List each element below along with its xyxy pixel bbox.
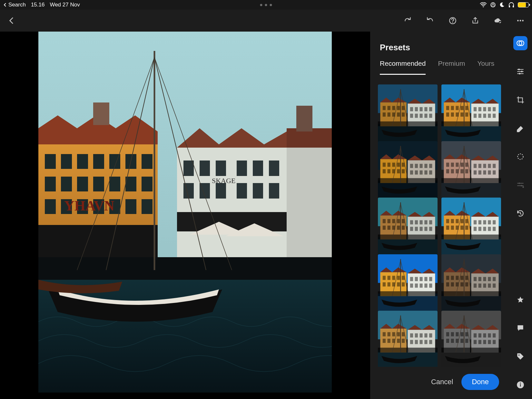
svg-point-8 [520,20,521,22]
back-button[interactable] [6,15,17,26]
masking-tool[interactable] [513,150,527,164]
svg-rect-143 [429,164,432,168]
preset-thumb[interactable] [378,254,438,314]
svg-rect-204 [410,227,413,231]
crop-tool[interactable] [513,93,527,107]
svg-rect-229 [474,220,477,224]
svg-rect-197 [397,226,400,230]
svg-rect-221 [456,219,458,223]
preset-thumb[interactable] [378,311,438,367]
svg-rect-311 [392,332,395,336]
svg-rect-2 [509,5,510,7]
undo-button[interactable] [425,15,435,26]
svg-rect-40 [200,161,210,176]
svg-rect-174 [474,170,477,174]
comments-tool[interactable] [513,321,527,335]
svg-rect-312 [397,332,400,336]
preset-thumb[interactable] [441,311,501,367]
versions-tool[interactable] [513,206,527,220]
star-icon [516,296,525,304]
cancel-button[interactable]: Cancel [431,378,453,386]
svg-rect-140 [415,164,418,168]
svg-rect-54 [287,148,332,267]
preset-thumb[interactable] [441,141,501,201]
share-button[interactable] [470,15,480,26]
svg-rect-139 [410,164,413,168]
svg-rect-317 [397,339,400,343]
svg-rect-146 [420,170,423,174]
svg-rect-170 [478,164,481,168]
svg-rect-89 [378,122,438,126]
preset-thumb[interactable] [441,198,501,257]
status-time: 15.16 [31,2,45,8]
svg-rect-236 [483,227,486,231]
svg-rect-295 [478,283,481,287]
tool-rail [509,32,532,399]
keywords-tool[interactable] [513,349,527,364]
preset-thumb[interactable] [378,141,438,201]
preset-thumb[interactable] [378,198,438,257]
ai-settings-tool[interactable] [513,178,527,192]
svg-rect-21 [142,154,153,169]
svg-rect-238 [493,227,496,231]
svg-rect-15 [45,154,56,169]
svg-point-368 [517,154,523,159]
more-button[interactable] [515,15,526,26]
svg-rect-280 [451,276,454,280]
svg-rect-77 [397,112,400,117]
svg-rect-176 [483,170,486,174]
headphones-icon [508,2,515,8]
redo-button[interactable] [402,15,413,26]
preset-thumb[interactable] [441,84,501,144]
svg-rect-287 [460,282,463,287]
svg-rect-43 [253,161,263,176]
svg-rect-138 [402,169,405,173]
preset-thumb[interactable] [441,254,501,314]
back-app-label: Search [8,2,26,8]
svg-rect-119 [441,122,501,126]
svg-rect-282 [460,276,463,280]
image-viewer[interactable]: YHAVN SKAGE [0,32,370,399]
edit-tool[interactable] [513,64,527,79]
preset-grid[interactable] [370,75,509,367]
svg-rect-252 [397,276,400,280]
svg-rect-117 [488,114,491,118]
presets-tool[interactable] [513,36,527,50]
svg-rect-200 [415,220,418,224]
svg-rect-285 [451,282,454,287]
sliders-dim-icon [516,181,525,189]
done-button[interactable]: Done [461,374,499,390]
svg-rect-34 [125,199,136,214]
svg-rect-111 [483,107,486,111]
info-tool[interactable] [513,378,527,392]
orientation-lock-icon [490,2,496,8]
back-to-app[interactable]: Search [3,2,26,8]
svg-rect-262 [424,277,427,281]
svg-rect-26 [109,177,120,191]
tab-yours[interactable]: Yours [477,60,494,75]
svg-rect-220 [451,219,454,223]
svg-point-372 [518,355,519,355]
svg-rect-134 [383,169,386,173]
svg-rect-268 [429,283,432,287]
svg-rect-257 [397,282,400,287]
tab-recommended[interactable]: Recommended [380,60,426,75]
rate-tool[interactable] [513,293,527,307]
cloud-sync-button[interactable] [493,15,503,26]
svg-rect-49 [253,183,263,199]
svg-point-367 [519,73,520,74]
svg-rect-23 [61,177,72,191]
healing-tool[interactable] [513,121,527,135]
svg-rect-116 [483,114,486,118]
preset-thumb[interactable] [378,84,438,144]
svg-rect-345 [451,339,454,343]
svg-rect-315 [388,339,390,343]
svg-rect-339 [446,332,449,336]
help-button[interactable] [448,15,458,26]
svg-rect-289 [474,277,477,281]
svg-rect-142 [424,164,427,168]
multitask-dots[interactable] [260,4,272,6]
svg-rect-356 [483,340,486,344]
tab-premium[interactable]: Premium [438,60,465,75]
svg-rect-114 [474,114,477,118]
